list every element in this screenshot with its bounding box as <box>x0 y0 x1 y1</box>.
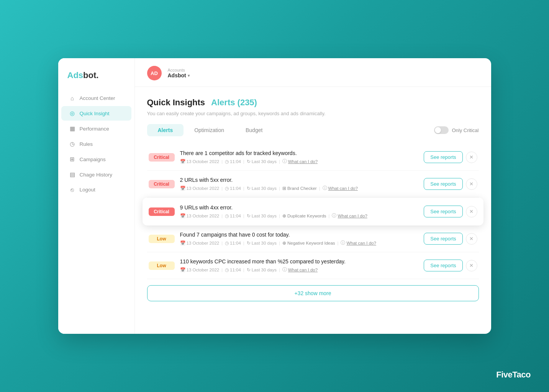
refresh-icon: ↻ <box>247 240 251 246</box>
alert-meta-5: 📅 13 October 2022 | ◷ 11:04 | ↻ <box>180 267 419 273</box>
alert-item: Low 110 keywords CPC increased more than… <box>147 252 479 279</box>
close-icon: ✕ <box>469 181 474 187</box>
meta-date-1: 📅 13 October 2022 <box>180 159 220 164</box>
tab-budget[interactable]: Budget <box>235 124 273 136</box>
refresh-icon: ↻ <box>247 267 251 273</box>
account-label: Accounts <box>168 68 190 72</box>
meta-date-3: 📅 13 October 2022 <box>180 213 220 219</box>
severity-badge-1: Critical <box>149 153 175 162</box>
chevron-down-icon: ▾ <box>188 74 190 78</box>
close-icon: ✕ <box>469 263 474 268</box>
see-reports-button-1[interactable]: See reports <box>424 151 462 163</box>
alert-title-2: 2 URLs with 5xx error. <box>180 177 419 183</box>
meta-date-5: 📅 13 October 2022 <box>180 267 220 273</box>
tab-alerts[interactable]: Alerts <box>147 124 184 136</box>
sidebar-item-performance[interactable]: ▦ Performance <box>61 121 131 136</box>
clock-icon: ◷ <box>225 240 229 246</box>
close-icon: ✕ <box>469 209 474 214</box>
account-name-dropdown[interactable]: Adsbot ▾ <box>168 72 190 78</box>
info-icon: ⓘ <box>323 185 327 191</box>
meta-time-2: ◷ 11:04 <box>225 186 241 191</box>
meta-time-4: ◷ 11:04 <box>225 240 241 246</box>
info-icon: ⓘ <box>282 158 287 164</box>
meta-info-5: ⓘ What can I do? <box>282 267 318 273</box>
meta-info-4: ⓘ What can I do? <box>341 240 376 246</box>
meta-period-4: ↻ Last 30 days <box>247 240 277 246</box>
meta-info-1: ⓘ What can I do? <box>282 158 318 164</box>
meta-date-4: 📅 13 October 2022 <box>180 240 220 246</box>
meta-period-1: ↻ Last 30 days <box>247 159 277 164</box>
tabs-row: Alerts Optimization Budget Only Critical <box>147 124 479 136</box>
tag-icon: ⊕ <box>282 214 286 218</box>
history-icon: ▤ <box>69 171 76 178</box>
sidebar-item-logout[interactable]: ⎋ Logout <box>61 183 131 197</box>
branding: FiveTaco <box>496 370 531 380</box>
severity-badge-2: Critical <box>149 180 175 188</box>
what-can-i-do-5[interactable]: What can I do? <box>288 268 318 272</box>
show-more-button[interactable]: +32 show more <box>147 285 479 301</box>
alert-meta-3: 📅 13 October 2022 | ◷ 11:04 | ↻ <box>180 213 419 219</box>
what-can-i-do-3[interactable]: What can I do? <box>338 214 367 218</box>
header: AD Accounts Adsbot ▾ <box>135 58 491 87</box>
logo-ads: Ads <box>67 70 84 80</box>
calendar-icon: 📅 <box>180 213 185 219</box>
meta-info-3: ⓘ What can I do? <box>332 213 367 219</box>
sidebar-item-change-history[interactable]: ▤ Chage History <box>61 167 131 182</box>
only-critical-toggle[interactable] <box>434 126 449 134</box>
alert-meta-2: 📅 13 October 2022 | ◷ 11:04 | ↻ <box>180 185 419 191</box>
close-button-4[interactable]: ✕ <box>466 233 477 245</box>
meta-time-3: ◷ 11:04 <box>225 213 241 219</box>
page-title: Quick Insights <box>147 98 205 108</box>
logo: Adsbot. <box>58 67 134 91</box>
close-button-1[interactable]: ✕ <box>466 152 477 163</box>
what-can-i-do-2[interactable]: What can I do? <box>328 186 358 191</box>
tab-optimization[interactable]: Optimization <box>184 124 235 136</box>
keyword-icon: ⊕ <box>282 241 286 245</box>
what-can-i-do-4[interactable]: What can I do? <box>346 241 376 245</box>
clock-icon: ◷ <box>225 267 229 273</box>
page-title-row: Quick Insights Alerts (235) <box>147 98 479 108</box>
main-card: Adsbot. ⌂ Account Center ◎ Quick Insight… <box>58 58 491 334</box>
alert-actions-2: See reports ✕ <box>424 178 477 190</box>
info-icon: ⓘ <box>282 267 287 273</box>
sidebar-item-quick-insight[interactable]: ◎ Quick Insight <box>61 106 131 121</box>
sidebar-item-account-center[interactable]: ⌂ Account Center <box>61 91 131 105</box>
insight-icon: ◎ <box>69 110 76 117</box>
rules-icon: ◷ <box>69 140 76 147</box>
see-reports-button-2[interactable]: See reports <box>424 178 462 190</box>
logo-bot: bot. <box>83 70 98 80</box>
toggle-knob <box>435 127 441 133</box>
close-button-3[interactable]: ✕ <box>466 206 477 217</box>
logout-icon: ⎋ <box>69 186 76 193</box>
close-button-2[interactable]: ✕ <box>466 178 477 190</box>
alert-meta-1: 📅 13 October 2022 | ◷ 11:04 | ↻ <box>180 158 419 164</box>
see-reports-button-3[interactable]: See reports <box>424 206 462 217</box>
page-subtitle: You can easily create your campaigns, ad… <box>147 111 479 116</box>
alert-body-4: Found 7 campaigns that have 0 cost for t… <box>180 232 419 246</box>
what-can-i-do-1[interactable]: What can I do? <box>288 159 318 164</box>
see-reports-button-5[interactable]: See reports <box>424 260 462 271</box>
severity-badge-5: Low <box>149 261 175 270</box>
performance-icon: ▦ <box>69 125 76 132</box>
alert-body-3: 9 URLs with 4xx error. 📅 13 October 2022… <box>180 204 419 219</box>
home-icon: ⌂ <box>69 95 76 101</box>
main-content: AD Accounts Adsbot ▾ Quick Insights Aler… <box>135 58 491 334</box>
meta-period-3: ↻ Last 30 days <box>247 213 277 219</box>
sidebar-label-performance: Performance <box>80 126 109 132</box>
meta-info-2: ⓘ What can I do? <box>323 185 358 191</box>
meta-period-5: ↻ Last 30 days <box>247 267 277 273</box>
campaigns-icon: ⊞ <box>69 156 76 163</box>
refresh-icon: ↻ <box>247 213 251 219</box>
alert-item: Low Found 7 campaigns that have 0 cost f… <box>147 225 479 252</box>
sidebar-item-rules[interactable]: ◷ Rules <box>61 137 131 151</box>
alert-title-3: 9 URLs with 4xx error. <box>180 204 419 211</box>
see-reports-button-4[interactable]: See reports <box>424 233 462 245</box>
sidebar: Adsbot. ⌂ Account Center ◎ Quick Insight… <box>58 58 135 334</box>
alert-body-2: 2 URLs with 5xx error. 📅 13 October 2022… <box>180 177 419 191</box>
sidebar-item-campaigns[interactable]: ⊞ Campaigns <box>61 152 131 167</box>
meta-time-5: ◷ 11:04 <box>225 267 241 273</box>
alert-actions-1: See reports ✕ <box>424 151 477 163</box>
refresh-icon: ↻ <box>247 159 251 164</box>
close-button-5[interactable]: ✕ <box>466 260 477 271</box>
calendar-icon: 📅 <box>180 240 185 246</box>
